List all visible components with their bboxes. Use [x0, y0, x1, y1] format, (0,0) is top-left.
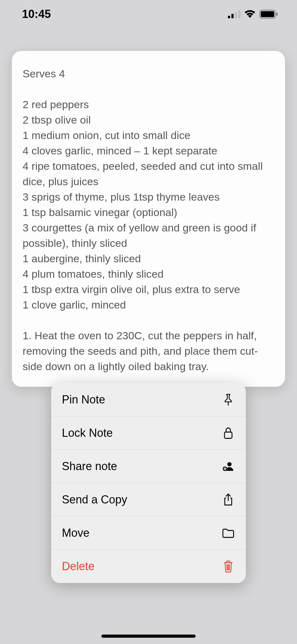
ingredient-line: 2 red peppers	[23, 97, 274, 112]
status-indicators	[228, 10, 278, 19]
menu-item-label: Send a Copy	[62, 493, 127, 506]
ingredient-line: 1 aubergine, thinly sliced	[23, 251, 274, 266]
ingredient-line: 4 plum tomatoes, thinly sliced	[23, 266, 274, 282]
svg-rect-3	[238, 10, 240, 18]
menu-item-label: Pin Note	[62, 393, 105, 406]
svg-rect-0	[228, 16, 230, 18]
svg-rect-5	[261, 11, 274, 17]
battery-icon	[259, 10, 278, 19]
menu-item-label: Move	[62, 526, 89, 540]
menu-item-lock-note[interactable]: Lock Note	[51, 416, 246, 450]
ingredient-line: 1 clove garlic, minced	[23, 297, 274, 313]
ingredient-line: 3 courgettes (a mix of yellow and green …	[23, 220, 274, 251]
cellular-icon	[228, 10, 240, 18]
note-preview-card[interactable]: Serves 4 2 red peppers2 tbsp olive oil1 …	[12, 51, 285, 387]
svg-line-17	[229, 564, 230, 570]
home-indicator	[101, 635, 196, 638]
menu-item-move[interactable]: Move	[51, 516, 246, 550]
menu-item-label: Share note	[62, 460, 117, 473]
lock-icon	[222, 427, 235, 439]
person-add-icon	[222, 460, 235, 473]
note-serves: Serves 4	[23, 66, 274, 81]
pin-icon	[222, 393, 235, 406]
folder-icon	[222, 527, 235, 539]
ingredient-line: 3 sprigs of thyme, plus 1tsp thyme leave…	[23, 189, 274, 205]
menu-item-send-a-copy[interactable]: Send a Copy	[51, 483, 246, 516]
context-menu: Pin Note Lock Note Share note Send a Cop…	[51, 383, 246, 583]
share-icon	[222, 493, 235, 506]
ingredient-line: 2 tbsp olive oil	[23, 112, 274, 128]
menu-item-label: Lock Note	[62, 426, 113, 440]
svg-rect-6	[276, 13, 278, 16]
svg-line-15	[227, 564, 227, 570]
svg-rect-1	[231, 14, 234, 18]
note-step-1: 1. Heat the oven to 230C, cut the pepper…	[23, 328, 274, 374]
menu-item-label: Delete	[62, 560, 94, 573]
ingredient-line: 4 cloves garlic, minced – 1 kept separat…	[23, 143, 274, 158]
status-time: 10:45	[22, 8, 51, 21]
status-bar: 10:45	[0, 0, 297, 28]
ingredient-line: 1 medium onion, cut into small dice	[23, 128, 274, 143]
menu-item-share-note[interactable]: Share note	[51, 450, 246, 483]
ingredient-line: 4 ripe tomatoes, peeled, seeded and cut …	[23, 158, 274, 189]
svg-rect-8	[224, 432, 232, 438]
ingredient-line: 1 tbsp extra virgin olive oil, plus extr…	[23, 282, 274, 297]
menu-item-delete[interactable]: Delete	[51, 550, 246, 583]
svg-point-9	[227, 462, 231, 466]
wifi-icon	[244, 10, 256, 19]
svg-rect-13	[224, 468, 227, 469]
ingredient-line: 1 tsp balsamic vinegar (optional)	[23, 205, 274, 220]
menu-item-pin-note[interactable]: Pin Note	[51, 383, 246, 416]
svg-rect-2	[235, 12, 237, 18]
note-ingredients-list: 2 red peppers2 tbsp olive oil1 medium on…	[23, 97, 274, 313]
trash-icon	[222, 560, 235, 573]
